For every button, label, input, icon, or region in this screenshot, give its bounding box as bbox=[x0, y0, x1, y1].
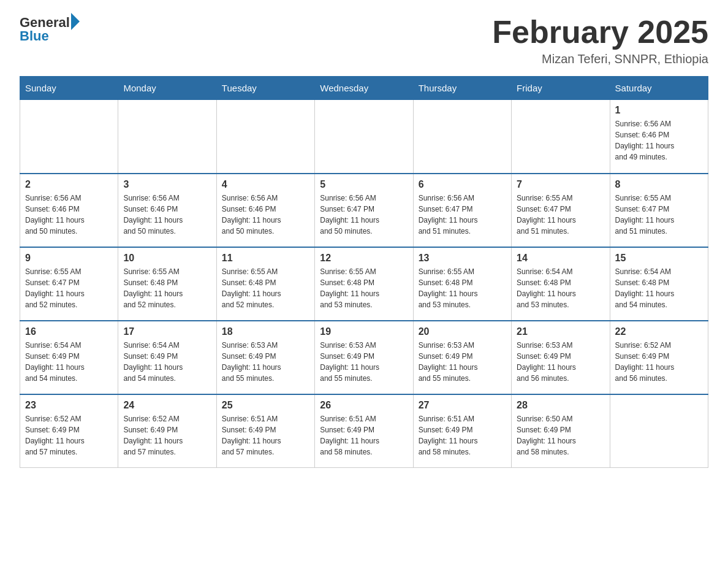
day-number: 22 bbox=[615, 326, 703, 337]
calendar-cell: 23Sunrise: 6:52 AM Sunset: 6:49 PM Dayli… bbox=[20, 394, 118, 468]
day-info: Sunrise: 6:54 AM Sunset: 6:48 PM Dayligh… bbox=[615, 266, 703, 310]
day-number: 4 bbox=[222, 179, 309, 190]
day-info: Sunrise: 6:55 AM Sunset: 6:48 PM Dayligh… bbox=[222, 266, 309, 310]
logo: General Blue bbox=[20, 15, 80, 44]
calendar-header-row: SundayMondayTuesdayWednesdayThursdayFrid… bbox=[20, 77, 708, 100]
calendar-cell: 13Sunrise: 6:55 AM Sunset: 6:48 PM Dayli… bbox=[413, 247, 511, 321]
day-number: 12 bbox=[320, 253, 408, 264]
calendar-day-header: Saturday bbox=[610, 77, 708, 100]
calendar-cell: 19Sunrise: 6:53 AM Sunset: 6:49 PM Dayli… bbox=[315, 321, 413, 394]
calendar-cell: 3Sunrise: 6:56 AM Sunset: 6:46 PM Daylig… bbox=[118, 174, 216, 247]
page-header: General Blue February 2025 Mizan Teferi,… bbox=[20, 15, 708, 66]
calendar-day-header: Sunday bbox=[20, 77, 118, 100]
day-info: Sunrise: 6:53 AM Sunset: 6:49 PM Dayligh… bbox=[320, 340, 408, 384]
calendar-day-header: Thursday bbox=[413, 77, 511, 100]
calendar-cell: 12Sunrise: 6:55 AM Sunset: 6:48 PM Dayli… bbox=[315, 247, 413, 321]
day-number: 16 bbox=[25, 326, 113, 337]
calendar-table: SundayMondayTuesdayWednesdayThursdayFrid… bbox=[20, 76, 708, 468]
logo-triangle-icon bbox=[71, 13, 80, 30]
calendar-cell: 26Sunrise: 6:51 AM Sunset: 6:49 PM Dayli… bbox=[315, 394, 413, 468]
day-info: Sunrise: 6:53 AM Sunset: 6:49 PM Dayligh… bbox=[222, 340, 309, 384]
calendar-cell: 5Sunrise: 6:56 AM Sunset: 6:47 PM Daylig… bbox=[315, 174, 413, 247]
day-info: Sunrise: 6:56 AM Sunset: 6:47 PM Dayligh… bbox=[419, 193, 506, 237]
day-info: Sunrise: 6:52 AM Sunset: 6:49 PM Dayligh… bbox=[123, 413, 211, 458]
calendar-cell: 6Sunrise: 6:56 AM Sunset: 6:47 PM Daylig… bbox=[413, 174, 511, 247]
calendar-cell: 9Sunrise: 6:55 AM Sunset: 6:47 PM Daylig… bbox=[20, 247, 118, 321]
calendar-cell: 28Sunrise: 6:50 AM Sunset: 6:49 PM Dayli… bbox=[512, 394, 610, 468]
day-number: 19 bbox=[320, 326, 408, 337]
day-info: Sunrise: 6:56 AM Sunset: 6:46 PM Dayligh… bbox=[25, 193, 113, 237]
day-info: Sunrise: 6:55 AM Sunset: 6:48 PM Dayligh… bbox=[320, 266, 408, 310]
day-number: 7 bbox=[517, 179, 604, 190]
day-number: 8 bbox=[615, 179, 703, 190]
day-info: Sunrise: 6:51 AM Sunset: 6:49 PM Dayligh… bbox=[222, 413, 309, 458]
day-number: 3 bbox=[123, 179, 211, 190]
day-info: Sunrise: 6:54 AM Sunset: 6:49 PM Dayligh… bbox=[123, 340, 211, 384]
calendar-cell: 14Sunrise: 6:54 AM Sunset: 6:48 PM Dayli… bbox=[512, 247, 610, 321]
day-number: 13 bbox=[419, 253, 506, 264]
day-info: Sunrise: 6:51 AM Sunset: 6:49 PM Dayligh… bbox=[419, 413, 506, 458]
calendar-cell: 18Sunrise: 6:53 AM Sunset: 6:49 PM Dayli… bbox=[216, 321, 314, 394]
calendar-cell: 10Sunrise: 6:55 AM Sunset: 6:48 PM Dayli… bbox=[118, 247, 216, 321]
day-number: 15 bbox=[615, 253, 703, 264]
calendar-cell: 20Sunrise: 6:53 AM Sunset: 6:49 PM Dayli… bbox=[413, 321, 511, 394]
calendar-cell bbox=[512, 100, 610, 174]
location-subtitle: Mizan Teferi, SNNPR, Ethiopia bbox=[492, 52, 708, 66]
day-info: Sunrise: 6:56 AM Sunset: 6:46 PM Dayligh… bbox=[615, 118, 703, 163]
day-number: 11 bbox=[222, 253, 309, 264]
calendar-cell bbox=[118, 100, 216, 174]
day-number: 20 bbox=[419, 326, 506, 337]
day-info: Sunrise: 6:54 AM Sunset: 6:49 PM Dayligh… bbox=[25, 340, 113, 384]
day-number: 14 bbox=[517, 253, 604, 264]
day-info: Sunrise: 6:56 AM Sunset: 6:47 PM Dayligh… bbox=[320, 193, 408, 237]
calendar-cell: 8Sunrise: 6:55 AM Sunset: 6:47 PM Daylig… bbox=[610, 174, 708, 247]
calendar-cell: 17Sunrise: 6:54 AM Sunset: 6:49 PM Dayli… bbox=[118, 321, 216, 394]
day-info: Sunrise: 6:55 AM Sunset: 6:47 PM Dayligh… bbox=[615, 193, 703, 237]
calendar-cell bbox=[610, 394, 708, 468]
day-info: Sunrise: 6:55 AM Sunset: 6:48 PM Dayligh… bbox=[123, 266, 211, 310]
day-info: Sunrise: 6:55 AM Sunset: 6:47 PM Dayligh… bbox=[517, 193, 604, 237]
day-info: Sunrise: 6:53 AM Sunset: 6:49 PM Dayligh… bbox=[419, 340, 506, 384]
day-number: 2 bbox=[25, 179, 113, 190]
day-info: Sunrise: 6:52 AM Sunset: 6:49 PM Dayligh… bbox=[25, 413, 113, 458]
calendar-day-header: Wednesday bbox=[315, 77, 413, 100]
day-number: 5 bbox=[320, 179, 408, 190]
calendar-cell: 7Sunrise: 6:55 AM Sunset: 6:47 PM Daylig… bbox=[512, 174, 610, 247]
calendar-cell: 22Sunrise: 6:52 AM Sunset: 6:49 PM Dayli… bbox=[610, 321, 708, 394]
calendar-week-row: 1Sunrise: 6:56 AM Sunset: 6:46 PM Daylig… bbox=[20, 100, 708, 174]
calendar-cell: 21Sunrise: 6:53 AM Sunset: 6:49 PM Dayli… bbox=[512, 321, 610, 394]
calendar-cell: 27Sunrise: 6:51 AM Sunset: 6:49 PM Dayli… bbox=[413, 394, 511, 468]
calendar-day-header: Tuesday bbox=[216, 77, 314, 100]
day-number: 27 bbox=[419, 400, 506, 411]
month-title: February 2025 bbox=[492, 15, 708, 50]
day-number: 28 bbox=[517, 400, 604, 411]
calendar-week-row: 16Sunrise: 6:54 AM Sunset: 6:49 PM Dayli… bbox=[20, 321, 708, 394]
logo-blue-text: Blue bbox=[20, 28, 49, 44]
calendar-cell bbox=[216, 100, 314, 174]
calendar-cell: 16Sunrise: 6:54 AM Sunset: 6:49 PM Dayli… bbox=[20, 321, 118, 394]
calendar-cell: 4Sunrise: 6:56 AM Sunset: 6:46 PM Daylig… bbox=[216, 174, 314, 247]
day-info: Sunrise: 6:50 AM Sunset: 6:49 PM Dayligh… bbox=[517, 413, 604, 458]
calendar-day-header: Friday bbox=[512, 77, 610, 100]
calendar-cell: 1Sunrise: 6:56 AM Sunset: 6:46 PM Daylig… bbox=[610, 100, 708, 174]
calendar-cell: 15Sunrise: 6:54 AM Sunset: 6:48 PM Dayli… bbox=[610, 247, 708, 321]
day-number: 9 bbox=[25, 253, 113, 264]
title-section: February 2025 Mizan Teferi, SNNPR, Ethio… bbox=[492, 15, 708, 66]
day-number: 17 bbox=[123, 326, 211, 337]
day-number: 6 bbox=[419, 179, 506, 190]
calendar-cell bbox=[315, 100, 413, 174]
calendar-cell: 11Sunrise: 6:55 AM Sunset: 6:48 PM Dayli… bbox=[216, 247, 314, 321]
day-info: Sunrise: 6:55 AM Sunset: 6:48 PM Dayligh… bbox=[419, 266, 506, 310]
calendar-cell: 25Sunrise: 6:51 AM Sunset: 6:49 PM Dayli… bbox=[216, 394, 314, 468]
day-number: 23 bbox=[25, 400, 113, 411]
day-number: 26 bbox=[320, 400, 408, 411]
day-info: Sunrise: 6:56 AM Sunset: 6:46 PM Dayligh… bbox=[123, 193, 211, 237]
day-number: 10 bbox=[123, 253, 211, 264]
day-number: 24 bbox=[123, 400, 211, 411]
day-info: Sunrise: 6:51 AM Sunset: 6:49 PM Dayligh… bbox=[320, 413, 408, 458]
day-number: 21 bbox=[517, 326, 604, 337]
day-info: Sunrise: 6:52 AM Sunset: 6:49 PM Dayligh… bbox=[615, 340, 703, 384]
day-info: Sunrise: 6:53 AM Sunset: 6:49 PM Dayligh… bbox=[517, 340, 604, 384]
day-number: 1 bbox=[615, 105, 703, 116]
calendar-cell: 24Sunrise: 6:52 AM Sunset: 6:49 PM Dayli… bbox=[118, 394, 216, 468]
